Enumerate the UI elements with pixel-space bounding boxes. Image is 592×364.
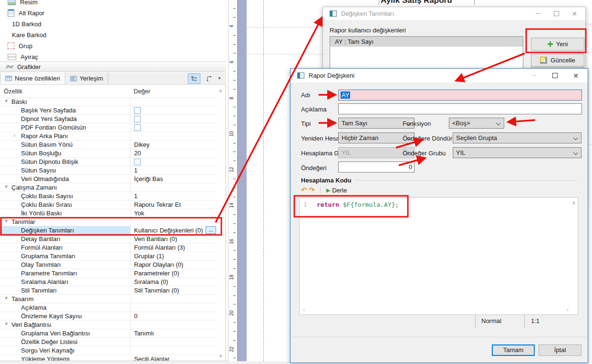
flat-view-button[interactable] — [203, 74, 215, 83]
property-row[interactable]: Özellik Değer Listesi — [0, 338, 217, 346]
property-row[interactable]: Çoklu Baskı SırasıRaporu Tekrar Et — [0, 201, 217, 209]
scroll-up-icon[interactable]: ∧ — [572, 200, 575, 206]
property-label: Gruplama Veri Bağlantısı — [21, 330, 90, 337]
close-button[interactable]: ✕ — [566, 7, 582, 20]
property-row[interactable]: Stil TanımlarıStil Tanımları (0) — [0, 286, 217, 295]
checkbox[interactable] — [134, 116, 141, 122]
tab-object-properties[interactable]: Nesne özellikleri — [0, 72, 65, 84]
property-row[interactable]: Açıklama — [0, 303, 217, 312]
redo-icon[interactable]: ↷ — [309, 186, 315, 194]
property-row[interactable]: Dipnot Yeni Sayfada — [0, 115, 217, 123]
property-row[interactable]: Sıralama AlanlarıSıralama (0) — [0, 278, 217, 286]
ruler-tick — [233, 233, 236, 233]
property-row[interactable]: Sütun Dipnotu Bitişik — [0, 158, 217, 166]
checkbox[interactable] — [134, 107, 141, 114]
chevron-right-icon[interactable]: › — [13, 132, 15, 139]
property-grid-header: Özellik Değer — [0, 85, 217, 98]
property-row[interactable]: Çoklu Baskı Sayısı1 — [0, 192, 217, 201]
property-row[interactable]: Sütun Basım YönüDikey — [0, 141, 217, 149]
property-label: Çalışma Zamanı — [11, 184, 57, 192]
property-name-cell: Gruplama Tanımları — [0, 252, 130, 260]
property-name-cell: Değişken Tanımları — [0, 226, 130, 234]
maximize-button[interactable] — [547, 69, 563, 82]
toolbox-item[interactable]: 1D Barkod — [0, 19, 226, 29]
chevron-down-icon[interactable]: ∨ — [5, 184, 8, 189]
property-name-cell: Veri Olmadığında — [0, 175, 130, 183]
ok-button[interactable]: Tamam — [492, 344, 535, 356]
property-value-cell — [130, 115, 217, 123]
property-row[interactable]: Olay TanımlarıRapor Olayları (0) — [0, 261, 217, 269]
code-editor[interactable]: 1 return $F{formula.AY}; ∧ ‹ › — [299, 197, 578, 315]
defaultgroup-combo[interactable]: YIL — [453, 147, 582, 158]
toolbox-item[interactable]: Grup — [0, 40, 226, 51]
property-row[interactable]: Sütun Sayısı1 — [0, 166, 217, 175]
chevron-down-icon[interactable]: ∨ — [5, 98, 8, 103]
property-row[interactable]: ∨Veri Bağlantısı — [0, 321, 217, 329]
property-row[interactable]: ∨Tasarım — [0, 295, 217, 303]
minimize-button[interactable] — [530, 7, 546, 20]
ruler-tick — [233, 152, 236, 152]
default-value-input[interactable]: 0 — [338, 162, 415, 172]
view-dropdown-caret[interactable]: ▼ — [218, 76, 221, 81]
minimize-button[interactable] — [526, 69, 542, 82]
cancel-button[interactable]: İptal — [539, 344, 582, 356]
toolbox-item[interactable]: Resim — [0, 0, 226, 7]
property-row[interactable]: ›Rapor Arka Planı — [0, 132, 217, 141]
chevron-down-icon[interactable]: ∨ — [5, 321, 8, 326]
property-row[interactable]: Başlık Yeni Sayfada — [0, 106, 217, 115]
scroll-right-icon[interactable]: › — [566, 307, 569, 313]
name-input[interactable]: AY — [338, 90, 582, 101]
property-row[interactable]: Detay BantlarıVeri Bantları (0) — [0, 235, 217, 243]
scroll-up-icon[interactable]: ∧ — [219, 88, 222, 93]
description-input[interactable] — [338, 103, 582, 114]
chevron-down-icon[interactable]: ∨ — [5, 218, 8, 223]
property-row[interactable]: PDF Fontları Gömülsün — [0, 123, 217, 132]
property-name-cell: Olay Tanımları — [0, 261, 130, 269]
property-label: PDF Fontları Gömülsün — [21, 124, 86, 131]
property-row[interactable]: Gruplama Veri BağlantısıTanımlı — [0, 329, 217, 338]
property-row[interactable]: Veri Olmadığındaİçeriği Bas — [0, 175, 217, 183]
toolbox-item[interactable]: Ayıraç — [0, 51, 226, 61]
property-value-cell — [130, 295, 217, 303]
property-row[interactable]: Sorgu Veri Kaynağı — [0, 346, 217, 355]
property-row[interactable]: Gruplama TanımlarıGruplar (1) — [0, 252, 217, 261]
property-grid-rows: ∨BaskıBaşlık Yeni SayfadaDipnot Yeni Say… — [0, 98, 217, 361]
tab-layout[interactable]: Yerleşim — [65, 72, 108, 84]
chevron-down-icon[interactable]: ∨ — [5, 295, 8, 300]
scroll-left-icon[interactable]: ‹ — [302, 307, 306, 313]
ellipsis-editor-button[interactable]: ... — [206, 226, 216, 234]
property-label: Stil Tanımları — [21, 287, 57, 294]
scroll-down-icon[interactable]: ∨ — [219, 353, 222, 358]
close-button[interactable]: ✕ — [568, 69, 584, 82]
description-label: Açıklama — [301, 106, 326, 113]
property-row[interactable]: Sütun Boşluğu20 — [0, 149, 217, 158]
property-row[interactable]: İki Yönlü BaskıYok — [0, 209, 217, 218]
function-combo[interactable]: <Boş> — [449, 118, 504, 129]
toolbox-item[interactable]: Kare Barkod — [0, 30, 226, 40]
variables-list-item[interactable]: AY : Tam Sayı — [330, 37, 523, 47]
property-row[interactable]: Formül AlanlarıFormül Alanları (3) — [0, 243, 217, 252]
property-row[interactable]: Yükleme YöntemiSeçili Alanlar — [0, 355, 217, 361]
undo-icon[interactable]: ↶ — [301, 186, 307, 194]
reset-combo[interactable]: Seçilen Grupta — [453, 132, 582, 143]
compile-button[interactable]: Derle — [332, 187, 347, 194]
property-row[interactable]: Parametre TanımlarıParametreler (0) — [0, 269, 217, 278]
maximize-button[interactable] — [548, 7, 564, 20]
checkbox[interactable] — [134, 124, 141, 131]
property-name-cell: Sütun Dipnotu Bitişik — [0, 158, 130, 166]
toolbox-section-grafikler[interactable]: Grafikler — [0, 61, 226, 72]
property-row[interactable]: ∨Baskı — [0, 98, 217, 106]
toolbox-item[interactable]: Alt Rapor — [0, 8, 226, 18]
tree-view-button[interactable] — [188, 73, 200, 84]
checkbox[interactable] — [134, 159, 141, 165]
property-value-cell — [130, 346, 217, 354]
property-row[interactable]: ∨Tanımlar — [0, 218, 217, 226]
new-variable-button[interactable]: Yeni — [531, 38, 584, 51]
property-name-cell: Açıklama — [0, 303, 130, 312]
property-row[interactable]: Değişken TanımlarıKullanıcı Değişkenleri… — [0, 226, 217, 235]
ruler-tick — [233, 71, 236, 71]
property-row[interactable]: Önizleme Kayıt Sayısı0 — [0, 312, 217, 321]
update-variable-button[interactable]: Güncelle — [531, 54, 584, 67]
property-name-cell: Önizleme Kayıt Sayısı — [0, 312, 130, 320]
property-row[interactable]: ∨Çalışma Zamanı — [0, 183, 217, 192]
